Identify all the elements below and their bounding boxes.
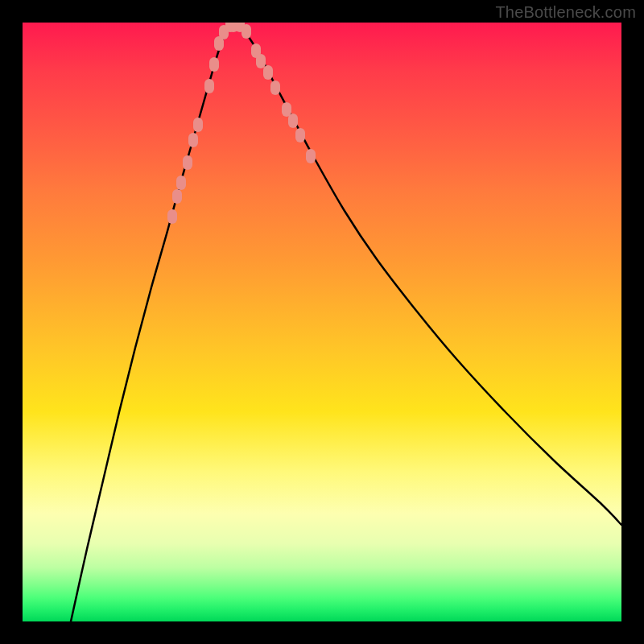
curve-marker: [188, 133, 198, 147]
curve-marker: [209, 57, 219, 72]
curve-marker: [193, 118, 203, 132]
curve-layer: [23, 23, 621, 621]
curve-marker: [167, 209, 177, 224]
curve-marker: [176, 175, 186, 190]
curve-marker: [306, 149, 316, 163]
curve-marker: [242, 24, 251, 39]
chart-frame: TheBottleneck.com: [0, 0, 644, 644]
curve-marker: [183, 155, 192, 170]
curve-marker: [263, 65, 273, 80]
v-curve: [71, 25, 621, 621]
curve-marker: [282, 102, 291, 117]
curve-markers: [167, 23, 316, 224]
watermark-text: TheBottleneck.com: [495, 3, 636, 22]
plot-area: [23, 23, 621, 621]
curve-marker: [256, 54, 266, 68]
curve-marker: [270, 80, 280, 95]
curve-marker: [172, 189, 182, 204]
curve-marker: [204, 79, 214, 93]
curve-marker: [295, 128, 305, 142]
curve-marker: [288, 114, 298, 128]
